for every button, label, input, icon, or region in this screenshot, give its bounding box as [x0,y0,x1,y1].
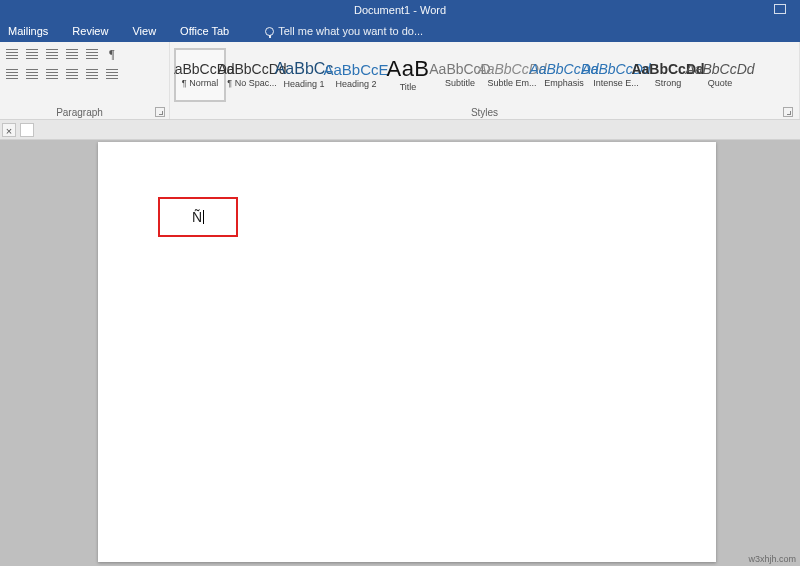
tell-me-placeholder: Tell me what you want to do... [278,25,423,37]
style-name-label: ¶ Normal [182,78,218,88]
line-spacing-button[interactable] [84,66,100,82]
align-center-button[interactable] [24,66,40,82]
increase-indent-button[interactable] [84,46,100,62]
restore-window-icon[interactable] [774,4,786,14]
tab-view[interactable]: View [128,22,160,40]
tab-mailings[interactable]: Mailings [4,22,52,40]
styles-dialog-launcher[interactable] [783,107,793,117]
style-name-label: Title [400,82,417,92]
ruler-strip: × [0,120,800,140]
style-name-label: Strong [655,78,682,88]
document-page[interactable]: Ñ [98,142,716,562]
style-name-label: Quote [708,78,733,88]
style-name-label: Intense E... [593,78,639,88]
style-preview: AaB [386,58,429,80]
window-title: Document1 - Word [354,4,446,16]
ribbon-tabs: Mailings Review View Office Tab Tell me … [0,20,800,42]
show-hide-marks-button[interactable]: ¶ [104,46,120,62]
style-name-label: Subtle Em... [487,78,536,88]
numbering-button[interactable] [24,46,40,62]
title-bar: Document1 - Word [0,0,800,20]
style-name-label: Emphasis [544,78,584,88]
style-name-label: ¶ No Spac... [227,78,276,88]
shading-button[interactable] [104,66,120,82]
style-name-label: Heading 1 [283,79,324,89]
watermark: w3xhjh.com [748,554,796,564]
align-right-button[interactable] [44,66,60,82]
style-item-heading-1[interactable]: AaBbCcHeading 1 [278,48,330,102]
text-cursor [203,210,204,224]
tab-office-tab[interactable]: Office Tab [176,22,233,40]
close-pane-button[interactable]: × [2,123,16,137]
lightbulb-icon [265,27,274,36]
style-preview: AaBbCcE [323,62,388,77]
multilevel-list-button[interactable] [44,46,60,62]
group-paragraph: ¶ Paragraph [0,42,170,119]
style-item--no-spac-[interactable]: AaBbCcDd¶ No Spac... [226,48,278,102]
style-name-label: Heading 2 [335,79,376,89]
style-item-quote[interactable]: AaBbCcDdQuote [694,48,746,102]
typed-character: Ñ [192,209,202,225]
group-styles: AaBbCcDd¶ NormalAaBbCcDd¶ No Spac...AaBb… [170,42,800,119]
justify-button[interactable] [64,66,80,82]
tab-review[interactable]: Review [68,22,112,40]
group-label-paragraph: Paragraph [4,105,155,118]
style-item-title[interactable]: AaBTitle [382,48,434,102]
paragraph-toolbar: ¶ [4,46,165,82]
styles-gallery[interactable]: AaBbCcDd¶ NormalAaBbCcDd¶ No Spac...AaBb… [174,46,795,104]
align-left-button[interactable] [4,66,20,82]
paragraph-dialog-launcher[interactable] [155,107,165,117]
style-name-label: Subtitle [445,78,475,88]
group-label-styles: Styles [471,105,498,118]
ribbon: ¶ Paragraph AaBbCcDd¶ NormalAaBbCcDd¶ No… [0,42,800,120]
document-area: Ñ w3xhjh.com [0,140,800,566]
tell-me-search[interactable]: Tell me what you want to do... [265,25,423,37]
pane-box[interactable] [20,123,34,137]
decrease-indent-button[interactable] [64,46,80,62]
style-item-heading-2[interactable]: AaBbCcEHeading 2 [330,48,382,102]
annotation-highlight-box: Ñ [158,197,238,237]
bullets-button[interactable] [4,46,20,62]
style-preview: AaBbCcDd [685,62,754,76]
